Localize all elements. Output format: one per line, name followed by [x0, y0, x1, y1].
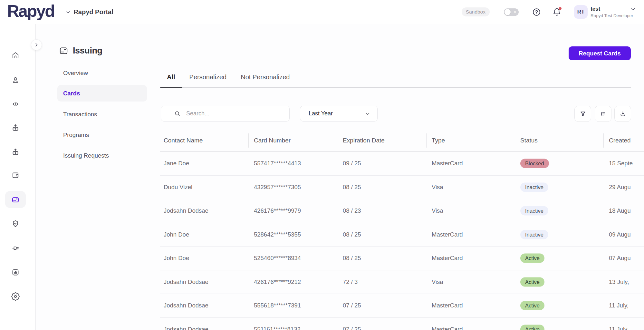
subnav-cards[interactable]: Cards	[57, 85, 147, 102]
top-header: Rapyd Rapyd Portal Sandbox ✕ RT test Rap…	[0, 0, 644, 24]
table-row[interactable]: Jodsahn Dodsae426176******921272 / 3Visa…	[160, 270, 644, 294]
cell-created: 11 July,	[609, 302, 629, 309]
notifications-bell-icon[interactable]	[553, 8, 561, 16]
status-badge: Active	[520, 325, 544, 330]
period-value: Last Year	[309, 110, 333, 117]
issuing-card-icon	[59, 46, 68, 55]
status-badge: Active	[520, 301, 544, 310]
tab-all[interactable]: All	[167, 73, 175, 81]
search-icon	[174, 110, 181, 117]
period-dropdown[interactable]: Last Year	[300, 106, 378, 121]
user-name: test	[591, 6, 636, 12]
cell-created: 07 Augu	[609, 255, 631, 262]
sidebar-item-customers[interactable]	[11, 76, 20, 84]
sidebar-expand-button[interactable]	[31, 39, 42, 50]
status-badge: Inactive	[520, 230, 548, 239]
cell-card: 551161******8132	[254, 326, 301, 330]
cell-card: 557417******4413	[254, 160, 301, 167]
cell-status: Active	[520, 277, 544, 286]
table-row[interactable]: John Doe528642******535508 / 25MasterCar…	[160, 223, 644, 247]
cell-card: 525460******8934	[254, 255, 301, 262]
wallet-icon	[11, 171, 20, 179]
col-type[interactable]: Type	[432, 137, 445, 144]
cell-exp: 07 / 25	[343, 326, 361, 330]
status-badge: Inactive	[520, 182, 548, 192]
table-row[interactable]: John Doe525460******893408 / 25MasterCar…	[160, 247, 644, 270]
portal-label: Rapyd Portal	[73, 8, 113, 16]
download-button[interactable]	[614, 106, 631, 122]
subnav-issuing-requests[interactable]: Issuing Requests	[57, 149, 147, 162]
environment-toggle[interactable]: ✕	[504, 8, 519, 16]
table-row[interactable]: Jodsahn Dodsae551161******813207 / 25Mas…	[160, 318, 644, 330]
help-icon[interactable]	[532, 8, 541, 16]
card-icon	[11, 196, 20, 204]
cell-created: 11 July	[609, 326, 627, 330]
rapyd-logo: Rapyd	[7, 3, 54, 21]
sidebar-item-developers[interactable]	[11, 100, 20, 108]
cell-status: Blocked	[520, 159, 549, 168]
user-menu-chevron-icon	[630, 6, 636, 12]
cell-exp: 72 / 3	[343, 278, 358, 286]
sidebar	[0, 24, 36, 330]
cell-type: MasterCard	[432, 255, 463, 262]
sidebar-item-reports[interactable]	[11, 268, 20, 277]
status-badge: Active	[520, 254, 544, 263]
request-cards-button[interactable]: Request Cards	[569, 46, 631, 60]
cell-exp: 08 / 25	[343, 231, 361, 238]
cell-card: 528642******5355	[254, 231, 301, 238]
sidebar-item-issuing[interactable]	[11, 196, 20, 204]
table-row[interactable]: Dudu Vizel432957******730508 / 25VisaIna…	[160, 176, 644, 199]
col-expiration-date[interactable]: Expiration Date	[343, 137, 385, 144]
cell-contact: Jodsahn Dodsae	[164, 207, 208, 214]
col-status[interactable]: Status	[520, 137, 538, 144]
col-card-number[interactable]: Card Number	[254, 137, 291, 144]
subnav-overview[interactable]: Overview	[57, 66, 147, 80]
cell-type: MasterCard	[432, 302, 463, 309]
subnav-transactions[interactable]: Transactions	[57, 108, 147, 121]
download-icon	[620, 111, 626, 117]
table-row[interactable]: Jodsahn Dodsae426176******997908 / 23Vis…	[160, 199, 644, 223]
col-contact-name[interactable]: Contact Name	[164, 137, 203, 144]
avatar[interactable]: RT	[574, 5, 588, 19]
subnav-programs[interactable]: Programs	[57, 128, 147, 142]
tab-not-personalized[interactable]: Not Personalized	[241, 73, 290, 81]
payin-icon	[11, 123, 20, 132]
bar-chart-icon	[11, 268, 20, 277]
column-divider	[337, 133, 337, 148]
sort-button[interactable]	[595, 106, 611, 122]
user-role: Rapyd Test Developer	[591, 13, 636, 18]
sidebar-item-integrations[interactable]	[11, 244, 20, 252]
sidebar-item-compliance[interactable]	[11, 219, 20, 228]
portal-switcher[interactable]: Rapyd Portal	[66, 8, 113, 16]
cell-status: Inactive	[520, 206, 548, 216]
tabs-divider	[160, 87, 631, 88]
payout-icon	[11, 148, 20, 156]
cell-type: MasterCard	[432, 326, 463, 330]
sandbox-badge: Sandbox	[462, 7, 490, 16]
filter-button[interactable]	[574, 106, 591, 122]
sidebar-item-home[interactable]	[11, 51, 20, 59]
user-menu[interactable]: test Rapyd Test Developer	[591, 6, 636, 18]
table-row[interactable]: Jodsahn Dodsae555618******739107 / 25Mas…	[160, 294, 644, 318]
sidebar-item-wallet[interactable]	[11, 171, 20, 179]
cell-created: 15 Septe	[609, 160, 633, 167]
sidebar-item-settings[interactable]	[11, 292, 20, 301]
cell-exp: 08 / 25	[343, 184, 361, 191]
toggle-knob	[505, 9, 511, 15]
sidebar-item-collect[interactable]	[11, 123, 20, 132]
cell-exp: 08 / 25	[343, 255, 361, 262]
main-content: Issuing Request Cards Overview Cards Tra…	[36, 24, 644, 330]
cell-card: 426176******9979	[254, 207, 301, 214]
cell-card: 432957******7305	[254, 184, 301, 191]
table-row[interactable]: Jane Doe557417******441309 / 25MasterCar…	[160, 152, 644, 176]
cell-exp: 08 / 23	[343, 207, 361, 214]
home-icon	[11, 51, 20, 59]
cell-type: MasterCard	[432, 231, 463, 238]
sidebar-item-disburse[interactable]	[11, 148, 20, 156]
search-input[interactable]	[186, 110, 283, 117]
col-created[interactable]: Created	[609, 137, 631, 144]
notification-dot	[559, 7, 562, 10]
tab-personalized[interactable]: Personalized	[189, 73, 227, 81]
chevron-right-icon	[34, 42, 39, 47]
column-divider	[603, 133, 604, 148]
